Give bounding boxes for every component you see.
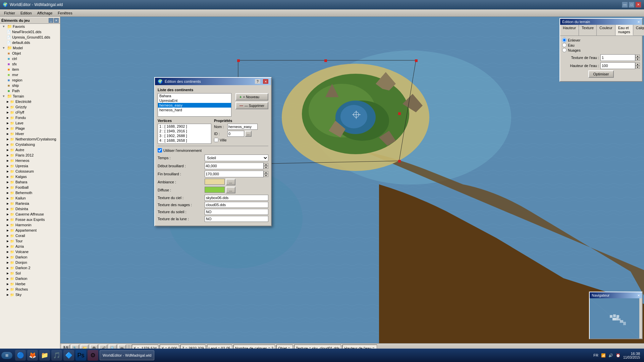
tree-tour[interactable]: ▶ 📁 Tour	[0, 238, 60, 244]
tree-terrain[interactable]: ▼ 📁 Terrain	[0, 94, 60, 99]
debut-brouillard-up[interactable]: ▲	[264, 163, 268, 166]
tree-darkon2[interactable]: ▶ 📁 Darkon 2	[0, 265, 60, 270]
id-dots-button[interactable]: ...	[245, 131, 252, 137]
tab-hauteur[interactable]: Hauteur	[560, 25, 579, 36]
ville-checkbox[interactable]	[214, 138, 218, 142]
fin-brouillard-up[interactable]: ▲	[264, 171, 268, 174]
maximize-button[interactable]: □	[629, 2, 635, 8]
tree-upresia-ground[interactable]: 📄 Upresia_Ground01.dds	[0, 35, 60, 40]
tree-herneos[interactable]: ▶ 📁 Herneos	[0, 158, 60, 163]
tree-region[interactable]: ■ region	[0, 77, 60, 83]
tree-lave[interactable]: ▶ 📁 Lave	[0, 120, 60, 126]
taskbar-firefox-icon[interactable]: 🦊	[27, 350, 38, 361]
optimiser-button[interactable]: Optimiser	[588, 70, 613, 78]
hauteur-eau-down[interactable]: ▼	[635, 66, 640, 69]
tree-hiver[interactable]: ▶ 📁 Hiver	[0, 131, 60, 136]
radio-nuages[interactable]: Nuages	[562, 48, 640, 52]
vertex-4[interactable]: 4 : [ 1688, 2658 ]	[158, 138, 211, 143]
tree-football[interactable]: ▶ 📁 Football	[0, 185, 60, 190]
tree-colosseum[interactable]: ▶ 📁 Colosseum	[0, 169, 60, 174]
navigator-close[interactable]: ✕	[637, 294, 640, 297]
tree-darkon3[interactable]: ▶ 📁 Darkon	[0, 276, 60, 281]
taskbar-ie-icon[interactable]: 🔵	[15, 350, 26, 361]
debut-brouillard-input[interactable]	[205, 163, 264, 169]
panel-close[interactable]: ✕	[54, 18, 59, 23]
fin-brouillard-down[interactable]: ▼	[264, 174, 268, 177]
dialog-close-button[interactable]: ✕	[263, 79, 268, 84]
tree-netherstorm[interactable]: ▶ 📁 Netherstorm/Crystalsong	[0, 136, 60, 142]
hauteur-eau-input[interactable]	[600, 62, 635, 69]
tab-couleur[interactable]: Couleur	[597, 25, 615, 36]
continent-upresia[interactable]: UpresiaEnt	[158, 98, 231, 103]
tab-texture[interactable]: Texture	[579, 25, 597, 36]
tree-desirea[interactable]: ▶ 📁 Désirèa	[0, 206, 60, 212]
tree-autre[interactable]: ▶ 📁 Autre	[0, 147, 60, 153]
hauteur-eau-up[interactable]: ▲	[635, 63, 640, 66]
vertex-1[interactable]: 1 : [ 1688, 2902 ]	[158, 124, 211, 129]
tree-roches[interactable]: ▶ 📁 Roches	[0, 287, 60, 292]
tree-darkon[interactable]: ▶ 📁 Darkon	[0, 254, 60, 260]
tree-appartement[interactable]: ▶ 📁 Appartement	[0, 228, 60, 233]
minimize-button[interactable]: —	[622, 2, 628, 8]
tree-upresia[interactable]: ▶ 📁 Upresia	[0, 163, 60, 169]
tree-flaris2012[interactable]: ▶ 📁 Flaris 2012	[0, 153, 60, 158]
nom-input[interactable]	[227, 124, 258, 130]
id-input[interactable]	[227, 131, 244, 137]
menu-fenetres[interactable]: Fenêtres	[55, 10, 75, 16]
menu-edition[interactable]: Edition	[18, 10, 35, 16]
tree-kalgas[interactable]: ▶ 📁 Kalgas	[0, 174, 60, 179]
diffuse-button[interactable]: ...	[226, 187, 235, 193]
tree-electricite[interactable]: ▶ 📁 Electricité	[0, 99, 60, 104]
use-env-checkbox[interactable]	[158, 148, 162, 153]
tree-mvr[interactable]: ■ mvr	[0, 72, 60, 77]
tree-fondu[interactable]: ▶ 📁 Fondu	[0, 115, 60, 120]
tree-ctrl[interactable]: ■ ctrl	[0, 56, 60, 61]
radio-eau[interactable]: Eau	[562, 43, 640, 47]
tree-grizzly[interactable]: ▶ 📁 Grizzly	[0, 104, 60, 110]
vertex-3[interactable]: 3 : [ 1902, 2688 ]	[158, 133, 211, 138]
tab-eau-nuages[interactable]: Eau et nuages	[615, 25, 633, 36]
menu-affichage[interactable]: Affichage	[35, 10, 55, 16]
tree-sky[interactable]: ▶ 📁 Sky	[0, 292, 60, 297]
tree-favoris[interactable]: ▼ 📁 Favoris	[0, 24, 60, 29]
tree-kailun[interactable]: ▶ 📁 Kailun	[0, 195, 60, 201]
start-button[interactable]: ⊞	[1, 352, 12, 359]
tree-azria[interactable]: ▶ 📁 Azria	[0, 244, 60, 249]
tree-herbe[interactable]: ▶ 📁 Herbe	[0, 281, 60, 287]
dialog-help-button[interactable]: ?	[255, 79, 260, 84]
debut-brouillard-down[interactable]: ▼	[264, 166, 268, 169]
terrain-editor-close[interactable]: ✕	[637, 20, 640, 24]
continent-list[interactable]: Bahara UpresiaEnt herneos_easy herneos_h…	[158, 93, 231, 117]
tree-fosse[interactable]: ▶ 📁 Fosse aux Esprits	[0, 217, 60, 222]
close-button[interactable]: ✕	[635, 2, 641, 8]
supprimer-button[interactable]: — — Supprimer	[235, 102, 268, 109]
taskbar-ps-icon[interactable]: Ps	[75, 350, 86, 361]
tree-rartesia[interactable]: ▶ 📁 Rartesia	[0, 201, 60, 206]
taskbar-tool-icon[interactable]: ⚙	[88, 350, 98, 361]
tree-sfx[interactable]: ■ sfx	[0, 61, 60, 67]
tree-harmonin[interactable]: ▶ 📁 Harmonin	[0, 222, 60, 228]
panel-collapse[interactable]: _	[49, 18, 53, 23]
tree-volcane[interactable]: ▶ 📁 Volcane	[0, 249, 60, 254]
tree-ship[interactable]: ■ ship	[0, 83, 60, 88]
tree-caverne[interactable]: ▶ 📁 Caverne Affreuse	[0, 212, 60, 217]
fin-brouillard-input[interactable]	[205, 171, 264, 177]
taskbar-worldeditor-app[interactable]: WorldEditor - WdMadrigal.wld	[100, 350, 154, 360]
ambiance-button[interactable]: ...	[226, 179, 235, 185]
tree-sol[interactable]: ▶ 📁 Sol	[0, 270, 60, 276]
tree-corail[interactable]: ▶ 📁 Corail	[0, 233, 60, 238]
nouveau-button[interactable]: + + Nouveau	[235, 93, 268, 101]
tree-behemoth[interactable]: ▶ 📁 Behemoth	[0, 190, 60, 195]
continent-herneos-easy[interactable]: herneos_easy	[158, 103, 231, 108]
temps-select[interactable]: Soleil Nuageux Pluie Nuit	[205, 155, 268, 161]
tree-newflirock[interactable]: 📄 NewFlirock01.dds	[0, 29, 60, 35]
tree-crystalsong[interactable]: ▶ 📁 Crystalsong	[0, 142, 60, 147]
taskbar-explorer-icon[interactable]: 📁	[39, 350, 50, 361]
taskbar-media-icon[interactable]: 🎵	[51, 350, 62, 361]
radio-enlever[interactable]: Enlever	[562, 38, 640, 42]
tree-bahara[interactable]: ▶ 📁 Bahara	[0, 179, 60, 185]
tree-default[interactable]: 📄 default.dds	[0, 40, 60, 45]
vertex-2[interactable]: 2 : [ 1949, 2916 ]	[158, 129, 211, 133]
tree-item[interactable]: ■ item	[0, 67, 60, 72]
taskbar-vs-icon[interactable]: 🔷	[63, 350, 74, 361]
